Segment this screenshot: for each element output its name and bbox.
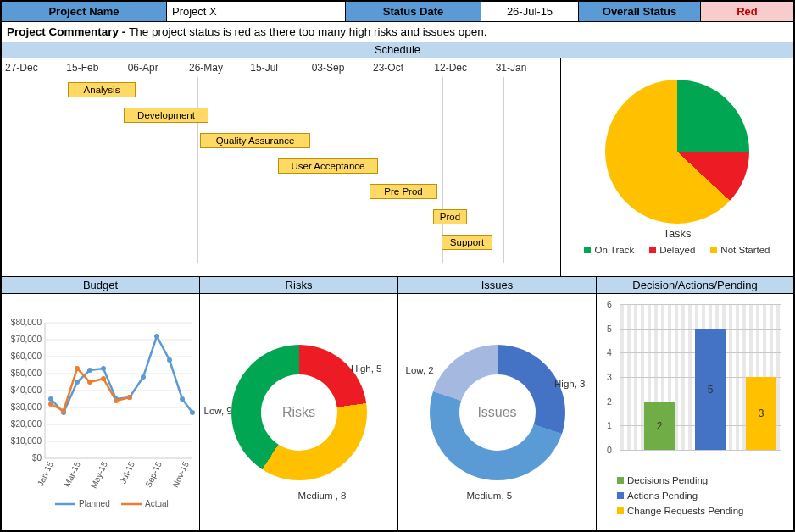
svg-point-27 xyxy=(154,334,159,339)
svg-point-23 xyxy=(101,366,106,371)
svg-text:Actual: Actual xyxy=(145,499,169,508)
tasks-pie-panel: Tasks On Track Delayed Not Started xyxy=(561,58,793,276)
dap-bar-decisions: 2 xyxy=(644,402,675,450)
dap-legend-decisions: Decisions Pending xyxy=(617,475,743,485)
dap-legend: Decisions Pending Actions Pending Change… xyxy=(597,475,743,516)
tasks-legend: On Track Delayed Not Started xyxy=(584,245,770,255)
svg-text:Planned: Planned xyxy=(79,499,110,508)
gantt-date: 06-Apr xyxy=(128,62,189,74)
risks-title: Risks xyxy=(200,277,398,293)
risks-chart-cell: Risks High, 5 Medium , 8 Low, 9 xyxy=(200,294,398,530)
legend-delayed: Delayed xyxy=(649,245,695,255)
svg-text:Sep-15: Sep-15 xyxy=(143,459,164,488)
tasks-pie-label: Tasks xyxy=(663,227,691,240)
gantt-date: 26-May xyxy=(189,62,250,74)
budget-line-chart: $0 $10,000 $20,000 $30,000 $40,000 $50,0… xyxy=(4,311,197,514)
gantt-bar-uat: User Acceptance xyxy=(278,158,378,174)
gantt-date: 27-Dec xyxy=(5,62,66,74)
dap-bar-actions: 5 xyxy=(695,329,726,450)
svg-text:$0: $0 xyxy=(31,453,42,463)
charts-row: $0 $10,000 $20,000 $30,000 $40,000 $50,0… xyxy=(2,294,793,530)
gantt-bar-support: Support xyxy=(442,235,492,250)
issues-high-label: High, 3 xyxy=(554,379,585,389)
dap-chart-cell: 6 5 4 3 2 1 0 2 5 3 Decisions Pending Ac… xyxy=(597,294,793,530)
svg-point-33 xyxy=(75,366,80,371)
risks-low-label: Low, 9 xyxy=(204,406,232,416)
svg-text:Jul-15: Jul-15 xyxy=(118,459,136,485)
svg-text:Nov-15: Nov-15 xyxy=(170,459,191,488)
svg-text:$40,000: $40,000 xyxy=(10,385,42,395)
svg-text:$60,000: $60,000 xyxy=(10,352,42,361)
issues-low-label: Low, 2 xyxy=(406,365,434,375)
project-name-value: Project X xyxy=(167,2,346,21)
svg-point-32 xyxy=(61,408,66,413)
gantt-bar-preprod: Pre Prod xyxy=(370,184,437,199)
issues-donut-chart: Issues xyxy=(430,345,565,480)
dap-legend-actions: Actions Pending xyxy=(617,490,743,501)
project-name-label: Project Name xyxy=(2,2,167,21)
risks-high-label: High, 5 xyxy=(351,363,381,374)
gantt-bar-analysis: Analysis xyxy=(68,82,136,97)
header-row: Project Name Project X Status Date 26-Ju… xyxy=(2,2,793,22)
svg-point-21 xyxy=(75,380,80,385)
svg-text:$10,000: $10,000 xyxy=(10,436,42,446)
risks-donut-center: Risks xyxy=(261,374,337,451)
svg-text:Jan-15: Jan-15 xyxy=(35,459,54,487)
overall-status-value: Red xyxy=(701,2,793,21)
dap-legend-changes: Change Requests Pending xyxy=(617,506,743,516)
gantt-bar-development: Development xyxy=(124,108,208,123)
issues-title: Issues xyxy=(398,277,597,293)
commentary-label: Project Commentary - xyxy=(7,25,129,38)
svg-point-37 xyxy=(127,395,132,400)
budget-chart-cell: $0 $10,000 $20,000 $30,000 $40,000 $50,0… xyxy=(2,294,200,530)
gantt-date: 15-Feb xyxy=(66,62,127,74)
svg-text:$50,000: $50,000 xyxy=(10,369,42,378)
gantt-date: 03-Sep xyxy=(312,62,373,74)
gantt-date: 12-Dec xyxy=(434,62,495,74)
svg-point-29 xyxy=(180,396,185,402)
gantt-bar-prod: Prod xyxy=(433,209,467,224)
gantt-chart: 27-Dec 15-Feb 06-Apr 26-May 15-Jul 03-Se… xyxy=(2,58,561,276)
issues-donut-center: Issues xyxy=(459,374,536,451)
svg-text:Mar-15: Mar-15 xyxy=(62,459,82,488)
svg-text:$80,000: $80,000 xyxy=(10,318,42,327)
project-dashboard: Project Name Project X Status Date 26-Ju… xyxy=(0,0,795,532)
schedule-row: 27-Dec 15-Feb 06-Apr 26-May 15-Jul 03-Se… xyxy=(2,58,793,277)
svg-point-36 xyxy=(114,398,119,403)
svg-point-19 xyxy=(48,396,53,402)
svg-point-28 xyxy=(167,357,172,363)
gantt-date: 15-Jul xyxy=(250,62,311,74)
risks-medium-label: Medium , 8 xyxy=(298,490,347,501)
risks-donut-chart: Risks xyxy=(231,345,367,480)
svg-point-26 xyxy=(141,374,146,380)
dap-bar-chart: 6 5 4 3 2 1 0 2 5 3 xyxy=(602,299,788,468)
status-date-label: Status Date xyxy=(346,2,481,21)
tasks-pie-chart xyxy=(605,80,749,224)
svg-text:$70,000: $70,000 xyxy=(10,335,42,344)
svg-point-35 xyxy=(101,376,106,381)
budget-title: Budget xyxy=(2,277,200,293)
gantt-date: 31-Jan xyxy=(496,62,557,74)
gantt-date-axis: 27-Dec 15-Feb 06-Apr 26-May 15-Jul 03-Se… xyxy=(5,62,557,74)
svg-text:$20,000: $20,000 xyxy=(10,419,42,429)
legend-on-track: On Track xyxy=(584,245,634,255)
issues-chart-cell: Issues High, 3 Medium, 5 Low, 2 xyxy=(398,294,597,530)
dap-bar-change-requests: 3 xyxy=(746,377,776,450)
issues-medium-label: Medium, 5 xyxy=(467,490,513,501)
commentary-row: Project Commentary - The project status … xyxy=(2,22,793,42)
legend-not-started: Not Started xyxy=(710,245,770,255)
svg-point-34 xyxy=(87,380,92,385)
svg-point-22 xyxy=(87,368,92,373)
dap-title: Decision/Actions/Pending xyxy=(597,277,793,293)
commentary-text: The project status is red as there too m… xyxy=(129,25,486,38)
svg-point-31 xyxy=(48,402,53,407)
schedule-title: Schedule xyxy=(2,42,793,58)
bottom-titles-row: Budget Risks Issues Decision/Actions/Pen… xyxy=(2,277,793,294)
svg-text:$30,000: $30,000 xyxy=(10,402,42,412)
svg-text:May-15: May-15 xyxy=(88,459,108,489)
gantt-date: 23-Oct xyxy=(373,62,434,74)
overall-status-label: Overall Status xyxy=(579,2,701,21)
status-date-value: 26-Jul-15 xyxy=(481,2,579,21)
gantt-area: Analysis Development Quality Assurance U… xyxy=(5,77,557,263)
gantt-bar-qa: Quality Assurance xyxy=(200,133,310,148)
